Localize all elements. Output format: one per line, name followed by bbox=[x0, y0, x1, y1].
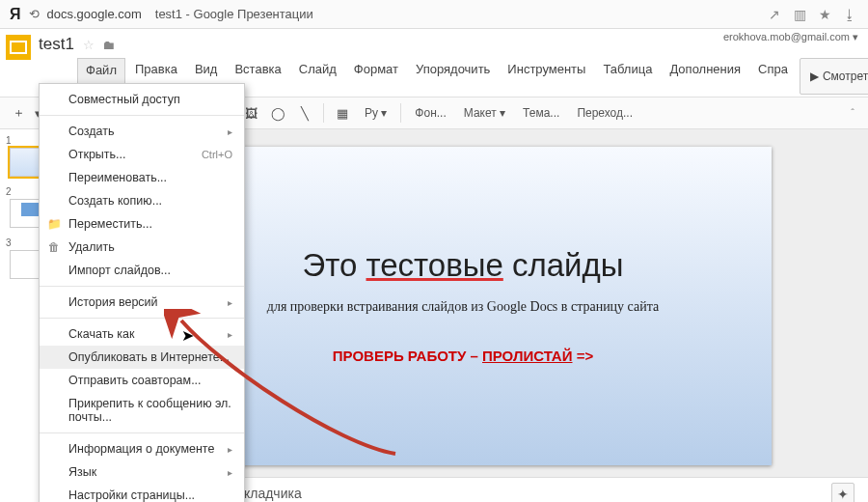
collapse-toolbar-icon[interactable]: ˆ bbox=[851, 107, 862, 119]
menu-item-label: Язык bbox=[68, 465, 96, 479]
menu-item-icon: 🗑 bbox=[47, 240, 61, 254]
file-menu-item[interactable]: Создать копию... bbox=[40, 189, 244, 212]
menu-item-icon: 📁 bbox=[47, 217, 61, 231]
slide-subtitle[interactable]: для проверки встраивания слайдов из Goog… bbox=[267, 299, 659, 315]
menu-item-label: Открыть... bbox=[68, 148, 126, 161]
share-icon[interactable]: ↗ bbox=[766, 7, 783, 22]
menu-item-label: Переименовать... bbox=[68, 171, 167, 184]
download-icon[interactable]: ⭳ bbox=[841, 7, 858, 22]
file-menu-item[interactable]: Отправить соавторам... bbox=[40, 369, 244, 392]
menu-item-label: Переместить... bbox=[68, 217, 152, 231]
folder-icon[interactable]: 🖿 bbox=[102, 38, 115, 52]
menu-item-label: Отправить соавторам... bbox=[68, 374, 202, 387]
menu-item-shortcut: Ctrl+O bbox=[202, 149, 232, 160]
star-icon[interactable]: ☆ bbox=[83, 38, 95, 52]
submenu-arrow-icon: ▸ bbox=[228, 297, 232, 308]
menu-item-label: Настройки страницы... bbox=[68, 488, 195, 502]
menu-tools[interactable]: Инструменты bbox=[500, 58, 593, 95]
shape-tool[interactable]: ◯ bbox=[265, 100, 290, 126]
file-menu-item[interactable]: Создать▸ bbox=[40, 120, 244, 143]
file-menu-item[interactable]: Опубликовать в Интернете... bbox=[40, 346, 244, 369]
shield-icon[interactable]: ▥ bbox=[791, 7, 808, 22]
user-email[interactable]: erokhova.mob@gmail.com ▾ bbox=[723, 31, 858, 43]
submenu-arrow-icon: ▸ bbox=[228, 444, 232, 455]
menu-slide[interactable]: Слайд bbox=[291, 58, 344, 95]
slide-title[interactable]: Это тестовые слайды bbox=[303, 247, 624, 284]
menu-item-label: Создать bbox=[68, 125, 115, 138]
menu-item-label: Создать копию... bbox=[68, 194, 162, 208]
slide[interactable]: Это тестовые слайды для проверки встраив… bbox=[154, 147, 772, 465]
file-menu-item[interactable]: Открыть...Ctrl+O bbox=[40, 143, 244, 166]
slides-logo[interactable] bbox=[6, 35, 31, 60]
menu-item-label: Импорт слайдов... bbox=[68, 264, 171, 277]
file-menu-item[interactable]: Язык▸ bbox=[40, 460, 244, 484]
file-menu-item[interactable]: Переименовать... bbox=[40, 166, 244, 189]
submenu-arrow-icon: ▸ bbox=[228, 329, 232, 340]
menu-item-label: Удалить bbox=[68, 240, 115, 254]
reload-icon[interactable]: ⟲ bbox=[29, 7, 40, 21]
file-menu-dropdown: Совместный доступСоздать▸Открыть...Ctrl+… bbox=[39, 83, 245, 502]
submenu-arrow-icon: ▸ bbox=[228, 467, 232, 478]
menu-item-label: Скачать как bbox=[68, 327, 135, 341]
line-tool[interactable]: ╲ bbox=[292, 100, 317, 126]
file-menu-item[interactable]: Импорт слайдов... bbox=[40, 259, 244, 282]
menu-arrange[interactable]: Упорядочить bbox=[408, 58, 498, 95]
new-slide-button[interactable]: ＋ bbox=[6, 100, 31, 126]
menu-help[interactable]: Спра bbox=[750, 58, 796, 95]
present-button[interactable]: ▶ Смотреть ▼ bbox=[800, 58, 868, 95]
submenu-arrow-icon: ▸ bbox=[228, 126, 232, 137]
slide-action-text[interactable]: ПРОВЕРЬ РАБОТУ – ПРОЛИСТАЙ => bbox=[333, 348, 593, 365]
menu-item-label: История версий bbox=[68, 295, 158, 309]
menu-item-label: Прикрепить к сообщению эл. почты... bbox=[68, 397, 232, 424]
page-title: test1 - Google Презентации bbox=[155, 7, 313, 21]
yandex-logo: Я bbox=[10, 6, 21, 23]
explore-button[interactable]: ✦ bbox=[831, 483, 854, 502]
file-menu-item[interactable]: История версий▸ bbox=[40, 291, 244, 314]
file-menu-item[interactable]: Совместный доступ bbox=[40, 88, 244, 111]
comment-button[interactable]: ▦ bbox=[330, 100, 355, 126]
menu-item-label: Совместный доступ bbox=[68, 93, 180, 106]
file-menu-item[interactable]: Прикрепить к сообщению эл. почты... bbox=[40, 392, 244, 429]
file-menu-item[interactable]: Информация о документе▸ bbox=[40, 437, 244, 460]
background-button[interactable]: Фон... bbox=[407, 106, 453, 120]
bookmark-icon[interactable]: ★ bbox=[816, 7, 833, 22]
menu-item-label: Информация о документе bbox=[68, 442, 214, 456]
menu-format[interactable]: Формат bbox=[346, 58, 406, 95]
file-menu-item[interactable]: 🗑Удалить bbox=[40, 236, 244, 259]
file-menu-item[interactable]: Настройки страницы... bbox=[40, 484, 244, 502]
lang-indicator[interactable]: Ру ▾ bbox=[357, 106, 394, 120]
document-title[interactable]: test1 bbox=[39, 35, 74, 54]
layout-button[interactable]: Макет ▾ bbox=[456, 106, 513, 120]
menu-addons[interactable]: Дополнения bbox=[662, 58, 748, 95]
menu-item-label: Опубликовать в Интернете... bbox=[68, 350, 230, 364]
transition-button[interactable]: Переход... bbox=[569, 106, 640, 120]
theme-button[interactable]: Тема... bbox=[515, 106, 567, 120]
file-menu-item[interactable]: Скачать как▸ bbox=[40, 322, 244, 346]
url-domain[interactable]: docs.google.com bbox=[47, 7, 142, 21]
file-menu-item[interactable]: 📁Переместить... bbox=[40, 212, 244, 236]
menu-table[interactable]: Таблица bbox=[595, 58, 660, 95]
browser-chrome: Я ⟲ docs.google.com test1 - Google Презе… bbox=[0, 0, 868, 29]
